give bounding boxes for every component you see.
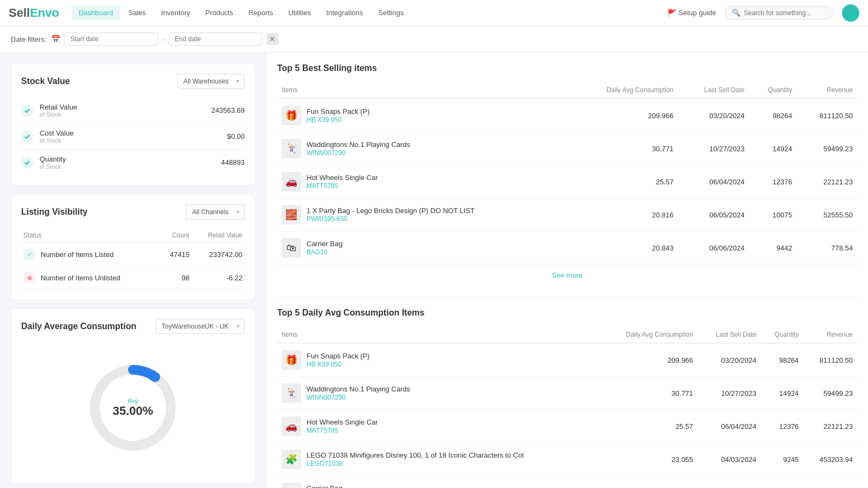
item-qty: 9442 (761, 476, 803, 489)
nav-item-dashboard[interactable]: Dashboard (72, 5, 120, 20)
see-more-wrapper: See more (277, 265, 857, 286)
item-dac: 209.966 (600, 343, 698, 377)
item-date: 06/04/2024 (698, 410, 761, 443)
listing-row: ✓ Number of Items Listed 47415 233742.00 (21, 243, 245, 266)
item-qty: 10075 (749, 198, 797, 232)
end-date-input[interactable] (169, 33, 262, 46)
listing-row: ⊗ Number of Items Unlisted 98 -6.22 (21, 266, 245, 290)
item-name: Waddingtons No.1 Playing Cards (307, 385, 410, 394)
col-daily_avg_consumption: Daily Avg Consumption (569, 82, 678, 99)
metric-label: Cost Value of Stock (40, 129, 220, 144)
item-revenue: 778.54 (796, 232, 857, 265)
check-icon (21, 131, 33, 143)
item-name: Hot Wheels Single Car (307, 418, 378, 427)
item-thumb: 🧱 (282, 205, 301, 224)
top-dac-table: ItemsDaily Avg ConsumptionLast Sell Date… (277, 326, 857, 488)
metric-value: 448893 (221, 158, 245, 166)
col-last_sell_date: Last Sell Date (698, 326, 761, 343)
left-panel: Stock Value All Warehouses Retail Value … (0, 53, 266, 488)
metric-label: Retail Value of Stock (40, 103, 205, 118)
item-cell: 🎁 Fun Snaps Pack (P) HB X39 050 (282, 106, 564, 125)
best-selling-table: ItemsDaily Avg ConsumptionLast Sell Date… (277, 82, 857, 265)
item-qty: 98264 (761, 343, 803, 377)
item-date: 10/27/2023 (678, 132, 749, 165)
item-info: Waddingtons No.1 Playing Cards WINN00729… (307, 140, 410, 157)
col-revenue: Revenue (803, 326, 857, 343)
item-revenue: 811120.50 (796, 99, 857, 132)
top-dac-title: Top 5 Daily Avg Consumption Items (277, 308, 857, 318)
listing-visibility-section: Listing Visibility All Channels StatusCo… (11, 194, 255, 300)
item-sku[interactable]: WINN007290 (307, 149, 410, 157)
logo-envo: Envo (30, 6, 59, 20)
listing-col-status: Status (21, 228, 159, 243)
donut-label: Avg 35.00% (113, 397, 154, 418)
check-icon (21, 157, 33, 169)
item-sku[interactable]: HB X39 050 (307, 116, 369, 124)
item-cell-td: 🛍 Carrier Bag BAG10 (277, 232, 569, 265)
search-bar[interactable]: 🔍 (725, 6, 833, 20)
item-sku[interactable]: PWRI395-650 (307, 215, 475, 223)
col-last_sell_date: Last Sell Date (678, 82, 749, 99)
logo-sell: Sell (9, 6, 30, 20)
nav-item-utilities[interactable]: Utilities (282, 5, 317, 20)
start-date-input[interactable] (65, 33, 158, 46)
nav-item-settings[interactable]: Settings (372, 5, 410, 20)
item-cell: 🃏 Waddingtons No.1 Playing Cards WINN007… (282, 139, 564, 158)
item-dac: 25.57 (569, 165, 678, 198)
listing-col-retail_value: Retail Value (192, 228, 245, 243)
item-qty: 98264 (749, 99, 797, 132)
avatar[interactable] (842, 4, 859, 22)
table-row: 🃏 Waddingtons No.1 Playing Cards WINN007… (277, 377, 857, 410)
nav-right: 🚩 Setup guide 🔍 (667, 4, 859, 22)
metric-sub: of Stock (40, 111, 205, 118)
item-revenue: 811120.50 (803, 343, 857, 377)
table-row: 🛍 Carrier Bag BAG10 20.843 06/06/2024 94… (277, 476, 857, 489)
item-sku[interactable]: BAG10 (307, 248, 342, 256)
metric-value: 243563.69 (212, 106, 245, 114)
nav-item-reports[interactable]: Reports (242, 5, 280, 20)
metric-row: Quantity of Stock 448893 (21, 150, 245, 175)
warehouse-dropdown[interactable]: All Warehouses (177, 74, 245, 89)
setup-guide[interactable]: 🚩 Setup guide (667, 9, 716, 17)
item-dac: 20.816 (569, 198, 678, 232)
table-row: 🚗 Hot Wheels Single Car MATT5785 25.57 0… (277, 165, 857, 198)
see-more-link[interactable]: See more (552, 271, 582, 279)
listing-retail: -6.22 (192, 266, 245, 290)
listing-count: 98 (159, 266, 192, 290)
item-cell-td: 🧩 LEGO 71038 Minifigures Disney 100, 1 o… (277, 443, 600, 476)
item-qty: 9245 (761, 443, 803, 476)
item-cell-td: 🚗 Hot Wheels Single Car MATT5785 (277, 165, 569, 198)
stock-value-title: Stock Value (21, 76, 70, 86)
item-sku[interactable]: MATT5785 (307, 182, 378, 190)
nav-item-inventory[interactable]: Inventory (155, 5, 196, 20)
item-sku[interactable]: MATT5785 (307, 427, 378, 434)
item-date: 03/20/2024 (678, 99, 749, 132)
item-date: 04/03/2024 (698, 443, 761, 476)
date-clear-button[interactable]: ✕ (266, 33, 278, 45)
search-input[interactable] (744, 9, 826, 17)
item-dac: 30.771 (600, 377, 698, 410)
item-qty: 9442 (749, 232, 797, 265)
table-row: 🎁 Fun Snaps Pack (P) HB X39 050 209.966 … (277, 343, 857, 377)
table-row: 🛍 Carrier Bag BAG10 20.843 06/06/2024 94… (277, 232, 857, 265)
nav-item-sales[interactable]: Sales (122, 5, 153, 20)
item-revenue: 22121.23 (803, 410, 857, 443)
item-info: Carrier Bag BAG10 (307, 240, 342, 256)
item-sku[interactable]: HB X39 050 (307, 361, 369, 368)
channel-dropdown[interactable]: All Channels (186, 204, 245, 220)
dac-title: Daily Average Consumption (21, 322, 136, 331)
item-sku[interactable]: LEGO71038 (307, 460, 524, 467)
item-date: 06/06/2024 (698, 476, 761, 489)
item-sku[interactable]: WINN007290 (307, 394, 410, 401)
col-items: Items (277, 82, 569, 99)
dac-section: Daily Average Consumption ToyWarehouseUK… (11, 309, 255, 483)
item-qty: 12376 (749, 165, 797, 198)
item-cell: 🧱 1 X Party Bag - Lego Bricks Design (P)… (282, 205, 564, 224)
navbar: SellEnvo DashboardSalesInventoryProducts… (0, 0, 868, 26)
nav-item-products[interactable]: Products (199, 5, 240, 20)
nav-items: DashboardSalesInventoryProductsReportsUt… (72, 5, 667, 20)
item-name: Carrier Bag (307, 240, 342, 249)
metric-row: Retail Value of Stock 243563.69 (21, 98, 245, 124)
dac-warehouse-dropdown[interactable]: ToyWarehouseUK - UK (156, 319, 245, 334)
nav-item-integrations[interactable]: Integrations (320, 5, 369, 20)
